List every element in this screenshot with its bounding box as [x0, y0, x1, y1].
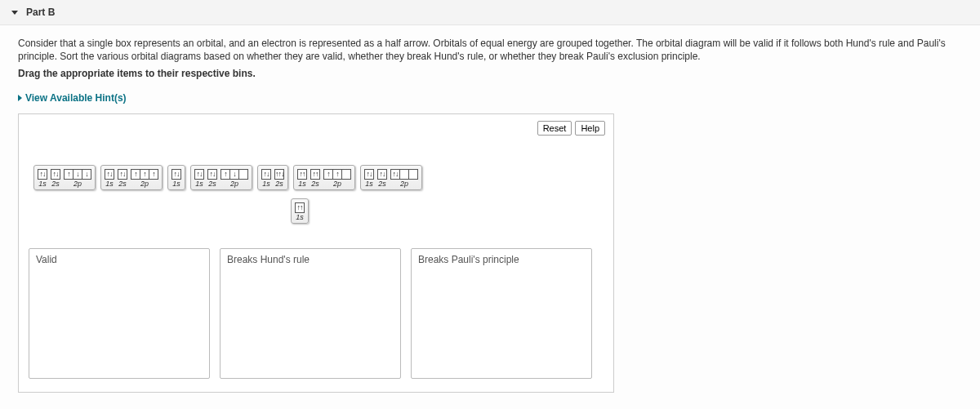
content-area: Consider that a single box represents an…	[0, 25, 980, 409]
orbital-label: 1s	[262, 180, 270, 188]
orbital-box	[238, 169, 248, 180]
orbital-group: ↑↓1s	[194, 169, 204, 188]
prompt-text: Consider that a single box represents an…	[18, 37, 962, 63]
sorting-arena: Reset Help ↑↓1s↑↓2s↑↓↓2p↑↓1s↑↓2s↑↑↑2p↑↓1…	[18, 113, 614, 393]
orbital-label: 1s	[195, 180, 203, 188]
orbital-group: ↑↑↑2p	[131, 169, 158, 188]
orbital-group: ↑↓1s	[261, 169, 271, 188]
orbital-group: ↑↓2s	[377, 169, 387, 188]
part-title: Part B	[26, 7, 55, 18]
bin-title: Breaks Pauli's principle	[418, 254, 585, 265]
orbital-box: ↑↑↓	[274, 169, 284, 180]
orbital-tile[interactable]: ↑↓1s↑↓2s↑↓2p	[360, 165, 422, 190]
bin-hund[interactable]: Breaks Hund's rule	[220, 248, 401, 379]
view-hints-toggle[interactable]: View Available Hint(s)	[18, 92, 127, 104]
orbital-label: 2s	[378, 180, 386, 188]
orbital-group: ↑↓1s	[364, 169, 374, 188]
orbital-box	[408, 169, 418, 180]
orbital-box: ↑↓	[51, 169, 60, 180]
orbital-label: 1s	[298, 180, 306, 188]
orbital-group: ↑↑↓2s	[274, 169, 284, 188]
orbital-label: 2s	[208, 180, 216, 188]
tiles-pool: ↑↓1s↑↓2s↑↓↓2p↑↓1s↑↓2s↑↑↑2p↑↓1s↑↓1s↑↓2s↑↓…	[29, 165, 604, 190]
orbital-tile[interactable]: ↑↑1s	[291, 198, 309, 224]
orbital-box: ↑↓	[172, 169, 181, 180]
orbital-tile[interactable]: ↑↓1s↑↓2s↑↓2p	[190, 165, 252, 190]
tiles-pool-row2: ↑↑1s	[29, 198, 604, 224]
caret-down-icon	[11, 11, 18, 15]
orbital-group: ↑↓1s	[172, 169, 181, 188]
orbital-group: ↑↑2p	[323, 169, 351, 188]
orbital-box: ↑↓	[105, 169, 114, 180]
orbital-label: 1s	[172, 180, 180, 188]
drag-instruction: Drag the appropriate items to their resp…	[18, 68, 962, 79]
orbital-box	[341, 169, 351, 180]
orbital-tile[interactable]: ↑↑1s↑↑2s↑↑2p	[293, 165, 355, 190]
bin-title: Valid	[36, 254, 203, 265]
orbital-label: 1s	[365, 180, 373, 188]
orbital-label: 1s	[38, 180, 47, 188]
reset-button[interactable]: Reset	[537, 121, 572, 136]
arena-buttons: Reset Help	[537, 121, 605, 136]
orbital-tile[interactable]: ↑↓1s	[167, 165, 185, 190]
orbital-group: ↑↓2s	[51, 169, 60, 188]
orbital-label: 2s	[275, 180, 283, 188]
orbital-label: 1s	[296, 214, 304, 221]
orbital-group: ↑↑1s	[297, 169, 307, 188]
orbital-group: ↑↓2s	[118, 169, 127, 188]
orbital-box: ↑↓	[207, 169, 217, 180]
orbital-box: ↓	[82, 169, 91, 180]
orbital-group: ↑↓2s	[207, 169, 217, 188]
orbital-label: 2p	[74, 180, 82, 188]
bin-valid[interactable]: Valid	[29, 248, 210, 379]
orbital-label: 2p	[400, 180, 408, 188]
orbital-box: ↑↑	[310, 169, 320, 180]
help-button[interactable]: Help	[575, 121, 605, 136]
bin-title: Breaks Hund's rule	[227, 254, 394, 265]
orbital-box: ↑↑	[297, 169, 307, 180]
orbital-group: ↑↓1s	[38, 169, 47, 188]
orbital-label: 2s	[51, 180, 60, 188]
bins-row: Valid Breaks Hund's rule Breaks Pauli's …	[29, 248, 604, 379]
orbital-group: ↑↓↓2p	[64, 169, 91, 188]
orbital-label: 2p	[230, 180, 238, 188]
part-header[interactable]: Part B	[0, 0, 980, 25]
orbital-group: ↑↑2s	[310, 169, 320, 188]
orbital-label: 2s	[118, 180, 127, 188]
orbital-label: 2s	[311, 180, 319, 188]
orbital-tile[interactable]: ↑↓1s↑↑↓2s	[257, 165, 288, 190]
orbital-label: 1s	[105, 180, 114, 188]
orbital-tile[interactable]: ↑↓1s↑↓2s↑↓↓2p	[33, 165, 96, 190]
orbital-box: ↑↑	[295, 202, 305, 213]
orbital-box: ↑↓	[364, 169, 374, 180]
orbital-box: ↑↓	[377, 169, 387, 180]
orbital-label: 2p	[140, 180, 149, 188]
orbital-box: ↑	[149, 169, 158, 180]
orbital-box: ↑↓	[194, 169, 204, 180]
orbital-group: ↑↓2p	[390, 169, 418, 188]
hints-label: View Available Hint(s)	[25, 92, 127, 104]
bin-pauli[interactable]: Breaks Pauli's principle	[411, 248, 592, 379]
orbital-box: ↑↓	[261, 169, 271, 180]
orbital-box: ↑↓	[38, 169, 47, 180]
orbital-group: ↑↓2p	[220, 169, 248, 188]
orbital-box: ↑↓	[118, 169, 127, 180]
caret-right-icon	[18, 95, 22, 101]
orbital-group: ↑↓1s	[105, 169, 114, 188]
orbital-tile[interactable]: ↑↓1s↑↓2s↑↑↑2p	[100, 165, 163, 190]
orbital-group: ↑↑1s	[295, 202, 305, 221]
orbital-label: 2p	[333, 180, 341, 188]
